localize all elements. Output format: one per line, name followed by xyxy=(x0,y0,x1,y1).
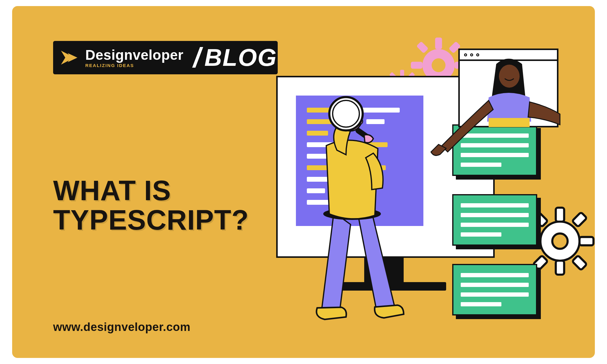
text-card xyxy=(452,264,537,315)
window-control-icon xyxy=(470,53,473,56)
svg-rect-1 xyxy=(435,38,442,49)
window-control-icon xyxy=(476,53,479,56)
svg-point-35 xyxy=(329,97,363,130)
svg-point-9 xyxy=(432,58,446,72)
hero-illustration xyxy=(264,36,574,340)
svg-point-30 xyxy=(499,65,520,88)
person-figure xyxy=(300,97,410,328)
browser-window xyxy=(458,49,558,127)
logo-text: Designveloper REALIZING IDEAS xyxy=(85,48,184,68)
brand-tagline: REALIZING IDEAS xyxy=(85,63,184,68)
brand-name: Designveloper xyxy=(85,48,184,62)
logo-arrow-icon xyxy=(59,47,80,68)
post-title: WHAT IS TYPESCRIPT? xyxy=(53,176,249,234)
window-body xyxy=(460,61,557,126)
site-url: www.designveloper.com xyxy=(53,321,191,334)
svg-rect-3 xyxy=(411,62,422,69)
text-card xyxy=(452,194,537,246)
svg-rect-22 xyxy=(556,261,564,275)
blog-hero-card: Designveloper REALIZING IDEAS / BLOG WHA… xyxy=(12,6,595,358)
svg-rect-24 xyxy=(579,237,593,245)
svg-rect-31 xyxy=(489,118,530,127)
svg-point-29 xyxy=(552,234,568,249)
svg-rect-26 xyxy=(572,212,587,227)
svg-rect-21 xyxy=(556,208,564,222)
svg-rect-28 xyxy=(572,255,587,270)
svg-rect-5 xyxy=(416,41,429,53)
svg-rect-11 xyxy=(400,70,404,76)
divider-slash: / xyxy=(193,42,201,73)
window-control-icon xyxy=(464,53,467,56)
brand-badge: Designveloper REALIZING IDEAS / BLOG xyxy=(53,41,278,74)
post-title-text: WHAT IS TYPESCRIPT? xyxy=(53,175,249,235)
